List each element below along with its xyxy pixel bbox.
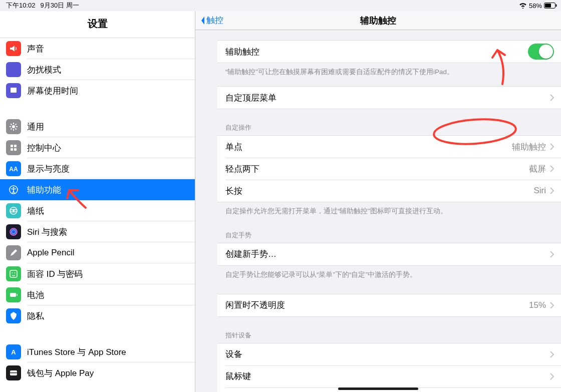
pencil-icon	[6, 245, 21, 260]
cell-轻点两下[interactable]: 轻点两下截屏	[217, 158, 561, 180]
sidebar-item-faceid[interactable]: 面容 ID 与密码	[0, 263, 195, 284]
detail-title: 辅助触控	[360, 15, 396, 27]
sidebar-item-privacy[interactable]: 隐私	[0, 305, 195, 326]
display-icon: AA	[6, 161, 21, 176]
sidebar-item-label: 电池	[27, 289, 195, 301]
svg-point-21	[15, 272, 16, 273]
chevron-right-icon	[550, 302, 554, 309]
sidebar-item-wallpaper[interactable]: 墙纸	[0, 200, 195, 221]
sidebar-item-display[interactable]: AA显示与亮度	[0, 158, 195, 179]
status-date: 9月30日 周一	[41, 1, 79, 10]
cell-设备[interactable]: 设备	[217, 343, 561, 365]
cell-自定顶层菜单[interactable]: 自定顶层菜单	[217, 87, 561, 109]
cell-label: 自定顶层菜单	[225, 92, 546, 104]
privacy-icon	[6, 308, 21, 323]
chevron-right-icon	[550, 187, 554, 194]
cell-label: 鼠标键	[225, 370, 546, 382]
sidebar-item-screen-time[interactable]: 屏幕使用时间	[0, 80, 195, 101]
settings-sidebar: 设置 声音勿扰模式屏幕使用时间通用控制中心AA显示与亮度辅助功能墙纸Siri 与…	[0, 11, 195, 392]
home-indicator	[338, 387, 418, 390]
accessibility-icon	[6, 182, 21, 197]
itunes-icon: A	[6, 344, 21, 359]
cell-长按[interactable]: 长按Siri	[217, 180, 561, 202]
sidebar-item-siri[interactable]: Siri 与搜索	[0, 221, 195, 242]
detail-content[interactable]: 辅助触控“辅助触控”可让您在触摸屏幕有困难或需要自适应配件的情况下使用iPad。…	[195, 30, 561, 392]
sidebar-item-accessibility[interactable]: 辅助功能	[0, 179, 195, 200]
chevron-right-icon	[550, 351, 554, 358]
wifi-icon	[519, 3, 527, 9]
sidebar-item-dnd[interactable]: 勿扰模式	[0, 59, 195, 80]
svg-rect-3	[11, 89, 17, 93]
cell-单点[interactable]: 单点辅助触控	[217, 136, 561, 158]
svg-rect-19	[10, 270, 17, 277]
back-button[interactable]: 触控	[198, 15, 223, 27]
faceid-icon	[6, 266, 21, 281]
cell-label: 辅助触控	[225, 46, 528, 58]
cell-label: 轻点两下	[225, 163, 529, 175]
sidebar-item-label: iTunes Store 与 App Store	[27, 346, 195, 358]
sound-icon	[6, 41, 21, 56]
sidebar-item-label: Siri 与搜索	[27, 226, 195, 238]
sidebar-item-itunes[interactable]: AiTunes Store 与 App Store	[0, 341, 195, 362]
cell-鼠标键[interactable]: 鼠标键	[217, 365, 561, 387]
section-header: 指针设备	[195, 331, 561, 343]
sidebar-item-label: 钱包与 Apple Pay	[27, 367, 195, 379]
sidebar-item-label: 声音	[27, 43, 195, 55]
screen-time-icon	[6, 83, 21, 98]
back-label: 触控	[206, 15, 223, 26]
sidebar-item-control-center[interactable]: 控制中心	[0, 137, 195, 158]
sidebar-item-pencil[interactable]: Apple Pencil	[0, 242, 195, 263]
sidebar-item-general[interactable]: 通用	[0, 116, 195, 137]
svg-rect-22	[10, 293, 16, 297]
cell-闲置时不透明度[interactable]: 闲置时不透明度15%	[217, 294, 561, 316]
status-bar: 下午10:02 9月30日 周一 58%	[0, 0, 561, 11]
svg-point-15	[13, 210, 15, 212]
svg-rect-7	[14, 145, 17, 147]
svg-rect-1	[545, 4, 551, 8]
general-icon	[6, 119, 21, 134]
cell-label: 设备	[225, 348, 546, 360]
section-header: 自定操作	[195, 123, 561, 135]
cell-label: 创建新手势…	[225, 248, 546, 260]
svg-rect-9	[14, 148, 17, 151]
toggle-switch[interactable]	[528, 44, 554, 60]
cell-label: 长按	[225, 185, 533, 197]
cell-value: 15%	[529, 300, 546, 310]
sidebar-list[interactable]: 声音勿扰模式屏幕使用时间通用控制中心AA显示与亮度辅助功能墙纸Siri 与搜索A…	[0, 38, 195, 383]
chevron-right-icon	[550, 251, 554, 258]
sidebar-item-label: 控制中心	[27, 142, 195, 154]
cell-创建新手势…[interactable]: 创建新手势…	[217, 243, 561, 265]
cell-辅助触控[interactable]: 辅助触控	[217, 41, 561, 63]
sidebar-item-label: 显示与亮度	[27, 163, 195, 175]
svg-point-12	[13, 187, 14, 188]
siri-icon	[6, 224, 21, 239]
status-time: 下午10:02	[6, 1, 36, 10]
chevron-right-icon	[550, 165, 554, 172]
sidebar-item-label: 墙纸	[27, 205, 195, 217]
svg-rect-4	[11, 88, 17, 89]
svg-text:AA: AA	[9, 166, 18, 173]
wallpaper-icon	[6, 203, 21, 218]
section-note: 自定手势让您能够记录可以从“菜单”下的“自定”中激活的手势。	[195, 266, 561, 280]
sidebar-item-label: 辅助功能	[27, 184, 195, 196]
chevron-right-icon	[550, 143, 554, 150]
section-note: “辅助触控”可让您在触摸屏幕有困难或需要自适应配件的情况下使用iPad。	[195, 63, 561, 77]
control-center-icon	[6, 140, 21, 155]
sidebar-item-label: 勿扰模式	[27, 64, 195, 76]
dnd-icon	[6, 62, 21, 77]
svg-rect-26	[10, 372, 17, 373]
svg-point-20	[12, 272, 13, 273]
battery-icon	[544, 3, 557, 9]
cell-label: 闲置时不透明度	[225, 299, 529, 311]
svg-text:A: A	[11, 348, 16, 356]
sidebar-item-label: 通用	[27, 121, 195, 133]
section-header: 自定手势	[195, 231, 561, 243]
svg-rect-23	[17, 294, 18, 296]
section-note: 自定操作允许您无需打开菜单，通过“辅助触控”图标即可直接进行互动。	[195, 202, 561, 216]
sidebar-item-label: Apple Pencil	[27, 248, 195, 258]
sidebar-item-battery[interactable]: 电池	[0, 284, 195, 305]
sidebar-title: 设置	[0, 11, 195, 38]
sidebar-item-sound[interactable]: 声音	[0, 38, 195, 59]
svg-rect-6	[11, 145, 13, 147]
sidebar-item-wallet[interactable]: 钱包与 Apple Pay	[0, 362, 195, 383]
